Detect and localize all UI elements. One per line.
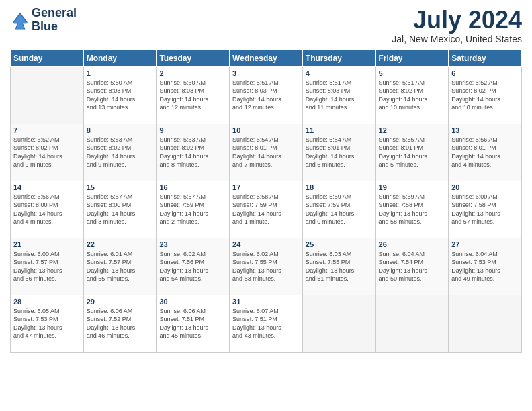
day-info: Sunrise: 5:53 AM Sunset: 8:02 PM Dayligh… xyxy=(159,136,226,169)
week-row-1: 1Sunrise: 5:50 AM Sunset: 8:03 PM Daylig… xyxy=(11,66,522,124)
calendar-cell: 20Sunrise: 6:00 AM Sunset: 7:58 PM Dayli… xyxy=(449,181,522,238)
day-number: 7 xyxy=(13,126,81,134)
weekday-header-row: SundayMondayTuesdayWednesdayThursdayFrid… xyxy=(11,50,522,66)
day-number: 2 xyxy=(159,69,226,77)
day-number: 29 xyxy=(87,298,154,306)
day-number: 21 xyxy=(13,240,81,248)
day-info: Sunrise: 5:53 AM Sunset: 8:02 PM Dayligh… xyxy=(87,136,154,169)
weekday-header-friday: Friday xyxy=(375,50,449,66)
day-info: Sunrise: 5:52 AM Sunset: 8:02 PM Dayligh… xyxy=(451,79,519,112)
calendar-cell: 3Sunrise: 5:51 AM Sunset: 8:03 PM Daylig… xyxy=(230,66,303,124)
day-info: Sunrise: 6:04 AM Sunset: 7:53 PM Dayligh… xyxy=(451,250,519,283)
day-number: 27 xyxy=(451,240,519,248)
calendar-cell: 30Sunrise: 6:06 AM Sunset: 7:51 PM Dayli… xyxy=(157,295,230,352)
calendar-cell: 27Sunrise: 6:04 AM Sunset: 7:53 PM Dayli… xyxy=(449,238,522,295)
calendar-table: SundayMondayTuesdayWednesdayThursdayFrid… xyxy=(10,50,522,353)
calendar-cell: 1Sunrise: 5:50 AM Sunset: 8:03 PM Daylig… xyxy=(83,66,157,124)
svg-marker-1 xyxy=(13,14,27,29)
day-number: 5 xyxy=(379,69,446,77)
calendar-cell: 13Sunrise: 5:56 AM Sunset: 8:01 PM Dayli… xyxy=(449,124,522,181)
logo-icon xyxy=(10,10,30,30)
calendar-cell: 14Sunrise: 5:56 AM Sunset: 8:00 PM Dayli… xyxy=(11,181,84,238)
page-container: General Blue July 2024 Jal, New Mexico, … xyxy=(0,0,532,359)
day-number: 22 xyxy=(87,240,154,248)
calendar-cell: 2Sunrise: 5:50 AM Sunset: 8:03 PM Daylig… xyxy=(157,66,230,124)
day-number: 16 xyxy=(159,183,226,191)
day-info: Sunrise: 5:54 AM Sunset: 8:01 PM Dayligh… xyxy=(232,136,300,169)
day-info: Sunrise: 6:06 AM Sunset: 7:51 PM Dayligh… xyxy=(159,307,226,340)
calendar-cell: 18Sunrise: 5:59 AM Sunset: 7:59 PM Dayli… xyxy=(302,181,375,238)
day-number: 20 xyxy=(451,183,519,191)
day-info: Sunrise: 5:52 AM Sunset: 8:02 PM Dayligh… xyxy=(13,136,81,169)
calendar-cell: 22Sunrise: 6:01 AM Sunset: 7:57 PM Dayli… xyxy=(83,238,157,295)
day-info: Sunrise: 6:02 AM Sunset: 7:56 PM Dayligh… xyxy=(159,250,226,283)
day-info: Sunrise: 5:55 AM Sunset: 8:01 PM Dayligh… xyxy=(379,136,446,169)
day-info: Sunrise: 6:05 AM Sunset: 7:53 PM Dayligh… xyxy=(13,307,81,340)
day-number: 24 xyxy=(232,240,300,248)
title-section: July 2024 Jal, New Mexico, United States xyxy=(392,7,522,44)
logo: General Blue xyxy=(10,7,77,34)
day-info: Sunrise: 5:51 AM Sunset: 8:03 PM Dayligh… xyxy=(232,79,300,112)
day-info: Sunrise: 5:57 AM Sunset: 7:59 PM Dayligh… xyxy=(159,193,226,226)
month-title: July 2024 xyxy=(392,7,522,34)
day-info: Sunrise: 6:00 AM Sunset: 7:58 PM Dayligh… xyxy=(451,193,519,226)
day-info: Sunrise: 6:07 AM Sunset: 7:51 PM Dayligh… xyxy=(232,307,300,340)
weekday-header-thursday: Thursday xyxy=(302,50,375,66)
calendar-cell: 24Sunrise: 6:02 AM Sunset: 7:55 PM Dayli… xyxy=(230,238,303,295)
day-info: Sunrise: 5:50 AM Sunset: 8:03 PM Dayligh… xyxy=(87,79,154,112)
logo-text: General Blue xyxy=(32,7,77,34)
day-info: Sunrise: 5:57 AM Sunset: 8:00 PM Dayligh… xyxy=(87,193,154,226)
day-info: Sunrise: 5:50 AM Sunset: 8:03 PM Dayligh… xyxy=(159,79,226,112)
day-info: Sunrise: 6:02 AM Sunset: 7:55 PM Dayligh… xyxy=(232,250,300,283)
calendar-cell xyxy=(302,295,375,352)
day-number: 25 xyxy=(306,240,373,248)
calendar-cell: 7Sunrise: 5:52 AM Sunset: 8:02 PM Daylig… xyxy=(11,124,84,181)
calendar-cell: 15Sunrise: 5:57 AM Sunset: 8:00 PM Dayli… xyxy=(83,181,157,238)
day-number: 6 xyxy=(451,69,519,77)
calendar-cell: 23Sunrise: 6:02 AM Sunset: 7:56 PM Dayli… xyxy=(157,238,230,295)
calendar-cell xyxy=(11,66,84,124)
day-number: 8 xyxy=(87,126,154,134)
weekday-header-sunday: Sunday xyxy=(11,50,84,66)
calendar-cell: 6Sunrise: 5:52 AM Sunset: 8:02 PM Daylig… xyxy=(449,66,522,124)
calendar-cell xyxy=(375,295,449,352)
day-number: 4 xyxy=(306,69,373,77)
day-number: 19 xyxy=(379,183,446,191)
weekday-header-wednesday: Wednesday xyxy=(230,50,303,66)
calendar-cell xyxy=(449,295,522,352)
day-info: Sunrise: 6:06 AM Sunset: 7:52 PM Dayligh… xyxy=(87,307,154,340)
weekday-header-saturday: Saturday xyxy=(449,50,522,66)
day-number: 26 xyxy=(379,240,446,248)
day-info: Sunrise: 5:51 AM Sunset: 8:02 PM Dayligh… xyxy=(379,79,446,112)
day-info: Sunrise: 6:01 AM Sunset: 7:57 PM Dayligh… xyxy=(87,250,154,283)
calendar-cell: 11Sunrise: 5:54 AM Sunset: 8:01 PM Dayli… xyxy=(302,124,375,181)
calendar-cell: 16Sunrise: 5:57 AM Sunset: 7:59 PM Dayli… xyxy=(157,181,230,238)
calendar-cell: 21Sunrise: 6:00 AM Sunset: 7:57 PM Dayli… xyxy=(11,238,84,295)
calendar-cell: 28Sunrise: 6:05 AM Sunset: 7:53 PM Dayli… xyxy=(11,295,84,352)
calendar-cell: 29Sunrise: 6:06 AM Sunset: 7:52 PM Dayli… xyxy=(83,295,157,352)
day-info: Sunrise: 5:56 AM Sunset: 8:00 PM Dayligh… xyxy=(13,193,81,226)
day-number: 15 xyxy=(87,183,154,191)
day-number: 31 xyxy=(232,298,300,306)
day-number: 9 xyxy=(159,126,226,134)
day-info: Sunrise: 5:59 AM Sunset: 7:59 PM Dayligh… xyxy=(306,193,373,226)
day-number: 1 xyxy=(87,69,154,77)
day-info: Sunrise: 5:56 AM Sunset: 8:01 PM Dayligh… xyxy=(451,136,519,169)
day-number: 3 xyxy=(232,69,300,77)
day-number: 28 xyxy=(13,298,81,306)
day-number: 30 xyxy=(159,298,226,306)
calendar-cell: 8Sunrise: 5:53 AM Sunset: 8:02 PM Daylig… xyxy=(83,124,157,181)
calendar-cell: 31Sunrise: 6:07 AM Sunset: 7:51 PM Dayli… xyxy=(230,295,303,352)
day-number: 23 xyxy=(159,240,226,248)
calendar-cell: 12Sunrise: 5:55 AM Sunset: 8:01 PM Dayli… xyxy=(375,124,449,181)
day-info: Sunrise: 6:03 AM Sunset: 7:55 PM Dayligh… xyxy=(306,250,373,283)
weekday-header-tuesday: Tuesday xyxy=(157,50,230,66)
calendar-cell: 17Sunrise: 5:58 AM Sunset: 7:59 PM Dayli… xyxy=(230,181,303,238)
week-row-3: 14Sunrise: 5:56 AM Sunset: 8:00 PM Dayli… xyxy=(11,181,522,238)
calendar-cell: 9Sunrise: 5:53 AM Sunset: 8:02 PM Daylig… xyxy=(157,124,230,181)
weekday-header-monday: Monday xyxy=(83,50,157,66)
calendar-cell: 5Sunrise: 5:51 AM Sunset: 8:02 PM Daylig… xyxy=(375,66,449,124)
day-info: Sunrise: 6:00 AM Sunset: 7:57 PM Dayligh… xyxy=(13,250,81,283)
calendar-cell: 19Sunrise: 5:59 AM Sunset: 7:58 PM Dayli… xyxy=(375,181,449,238)
calendar-cell: 25Sunrise: 6:03 AM Sunset: 7:55 PM Dayli… xyxy=(302,238,375,295)
